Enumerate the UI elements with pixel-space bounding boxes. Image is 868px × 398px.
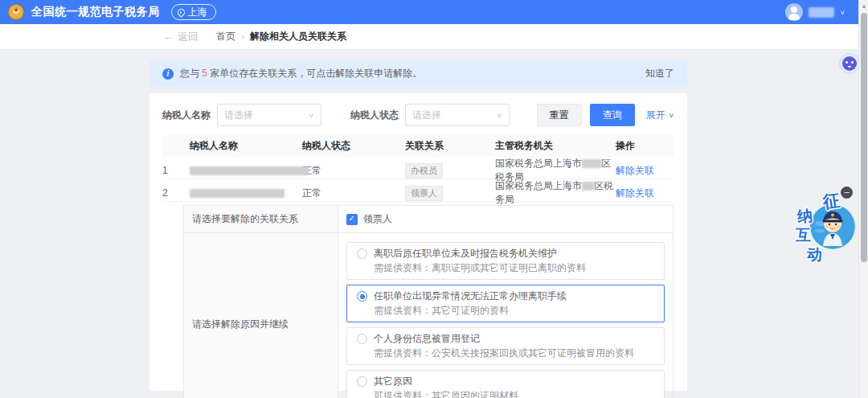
- relation-row-label: 请选择要解除的关联关系: [184, 206, 338, 232]
- breadcrumb-home[interactable]: 首页: [216, 30, 235, 43]
- relation-badge: 领票人: [405, 186, 443, 201]
- reason-option[interactable]: 任职单位出现异常情况无法正常办理离职手续 需提供资料：其它可证明的资料: [346, 285, 665, 322]
- authority-redacted: [582, 182, 594, 191]
- taxpayer-status-label: 纳税人状态: [350, 109, 399, 122]
- user-avatar[interactable]: [785, 3, 803, 21]
- taxpayer-status: 正常: [302, 164, 405, 178]
- taxpayer-name-placeholder: 请选择: [224, 109, 253, 122]
- relation-cell: 办税员: [405, 163, 495, 178]
- interaction-mascot-widget[interactable]: – 征 纳 互 动: [794, 183, 863, 272]
- radio-icon[interactable]: [357, 376, 367, 387]
- taxpayer-name-select[interactable]: 请选择 ∨: [217, 104, 321, 126]
- reason-option-desc: 需提供资料：其它可证明的资料: [374, 305, 654, 317]
- relation-checkbox-label: 领票人: [363, 212, 392, 226]
- user-name-redacted: [809, 7, 834, 18]
- reason-option[interactable]: 其它原因 可提供资料：其它原因的证明材料: [346, 370, 665, 398]
- reason-option-desc: 可提供资料：其它原因的证明材料: [374, 390, 654, 398]
- vertical-scrollbar[interactable]: ▲: [858, 0, 868, 398]
- chevron-down-icon: ∨: [309, 112, 314, 119]
- relation-cell: 领票人: [405, 186, 495, 201]
- relation-options-cell: 领票人: [338, 206, 673, 232]
- chevron-down-icon[interactable]: ∨: [840, 9, 845, 16]
- taxpayer-name-label: 纳税人名称: [162, 109, 211, 122]
- header-cell: 操作: [616, 139, 673, 153]
- top-bar: 全国统一规范电子税务局 上海 ∨: [0, 0, 868, 24]
- mascot-char: 动: [806, 244, 823, 265]
- reason-option[interactable]: 离职后原任职单位未及时报告税务机关维护 需提供资料：离职证明或其它可证明已离职的…: [346, 242, 665, 280]
- reason-option-desc: 需提供资料：公安机关接报案回执或其它可证明被冒用的资料: [374, 347, 654, 359]
- dismiss-notice-button[interactable]: 知道了: [645, 67, 674, 80]
- breadcrumb-bar: ← 返回 首页 › 解除相关人员关联关系: [0, 24, 868, 50]
- reason-row-label: 请选择解除原因并继续: [184, 233, 338, 398]
- relation-select-row: 请选择要解除的关联关系 领票人: [184, 206, 673, 233]
- location-pin-icon: [176, 7, 186, 18]
- chatbot-button[interactable]: [839, 53, 860, 74]
- reason-options-cell: 离职后原任职单位未及时报告税务机关维护 需提供资料：离职证明或其它可证明已离职的…: [338, 233, 673, 398]
- chevron-down-icon: ∨: [669, 112, 674, 119]
- minimize-mascot-button[interactable]: –: [841, 187, 853, 199]
- reason-option-desc: 需提供资料：离职证明或其它可证明已离职的资料: [374, 262, 654, 274]
- header-cell: 纳税人名称: [190, 139, 302, 153]
- header-cell: 主管税务机关: [495, 139, 616, 153]
- remove-association-link[interactable]: 解除关联: [616, 164, 673, 178]
- location-selector[interactable]: 上海: [171, 4, 216, 20]
- search-button[interactable]: 查询: [590, 104, 635, 126]
- robot-face-icon: [842, 56, 857, 71]
- taxpayer-name-redacted: [190, 165, 302, 176]
- table-row: 1 正常 办税员 国家税务总局上海市区税务局 解除关联: [162, 157, 674, 179]
- table-row: 2 正常 领票人 国家税务总局上海市区税务局 解除关联: [162, 179, 674, 202]
- reset-button[interactable]: 重置: [537, 104, 582, 126]
- back-button[interactable]: ← 返回: [163, 30, 199, 44]
- remove-association-link[interactable]: 解除关联: [616, 187, 673, 200]
- relation-checkbox[interactable]: [346, 214, 358, 225]
- taxpayer-status-placeholder: 请选择: [412, 109, 441, 122]
- app-title: 全国统一规范电子税务局: [31, 5, 160, 19]
- user-area[interactable]: ∨: [785, 3, 860, 21]
- mascot-char: 征: [821, 189, 841, 214]
- mascot-char: 互: [796, 225, 811, 246]
- radio-icon[interactable]: [357, 291, 367, 302]
- radio-icon[interactable]: [357, 334, 367, 344]
- filter-row: 纳税人名称 请选择 ∨ 纳税人状态 请选择 ∨ 重置 查询 展开 ∨: [162, 93, 674, 135]
- taxpayer-name-redacted: [190, 187, 302, 199]
- scrollbar-thumb[interactable]: [861, 13, 867, 262]
- expand-link[interactable]: 展开 ∨: [646, 109, 674, 122]
- back-arrow-icon: ←: [163, 31, 174, 43]
- header-cell: 纳税人状态: [302, 139, 405, 153]
- back-label: 返回: [178, 30, 199, 44]
- info-icon: i: [162, 68, 174, 80]
- taxpayer-status-select[interactable]: 请选择 ∨: [405, 104, 510, 126]
- authority-redacted: [582, 159, 601, 168]
- relation-badge: 办税员: [405, 163, 443, 178]
- taxpayer-status: 正常: [302, 187, 405, 200]
- mascot-char: 纳: [796, 205, 814, 228]
- radio-icon[interactable]: [357, 248, 367, 259]
- chevron-down-icon: ∨: [497, 112, 502, 119]
- national-emblem-logo: [8, 4, 24, 20]
- location-label: 上海: [188, 6, 207, 19]
- notice-text: 您与 5 家单位存在关联关系，可点击解除关联申请解除。: [180, 67, 422, 80]
- row-index: 1: [162, 165, 190, 176]
- breadcrumb-separator: ›: [241, 31, 244, 43]
- header-cell: 关联关系: [405, 139, 495, 153]
- scroll-up-arrow-icon[interactable]: ▲: [861, 2, 867, 10]
- reason-select-row: 请选择解除原因并继续 离职后原任职单位未及时报告税务机关维护 需提供资料：离职证…: [184, 233, 673, 398]
- row-index: 2: [162, 187, 190, 199]
- notice-banner: i 您与 5 家单位存在关联关系，可点击解除关联申请解除。 知道了: [149, 60, 687, 87]
- removal-detail-panel: 请选择要解除的关联关系 领票人 请选择解除原因并继续 离职后原任职单位未及时报告…: [183, 205, 674, 398]
- reason-option[interactable]: 个人身份信息被冒用登记 需提供资料：公安机关接报案回执或其它可证明被冒用的资料: [346, 327, 665, 365]
- table-header: 纳税人名称 纳税人状态 关联关系 主管税务机关 操作: [162, 135, 674, 157]
- authority-cell: 国家税务总局上海市区税务局: [495, 179, 616, 207]
- breadcrumb-current: 解除相关人员关联关系: [250, 30, 346, 43]
- main-card: 纳税人名称 请选择 ∨ 纳税人状态 请选择 ∨ 重置 查询 展开 ∨ 纳税人名称…: [149, 93, 687, 391]
